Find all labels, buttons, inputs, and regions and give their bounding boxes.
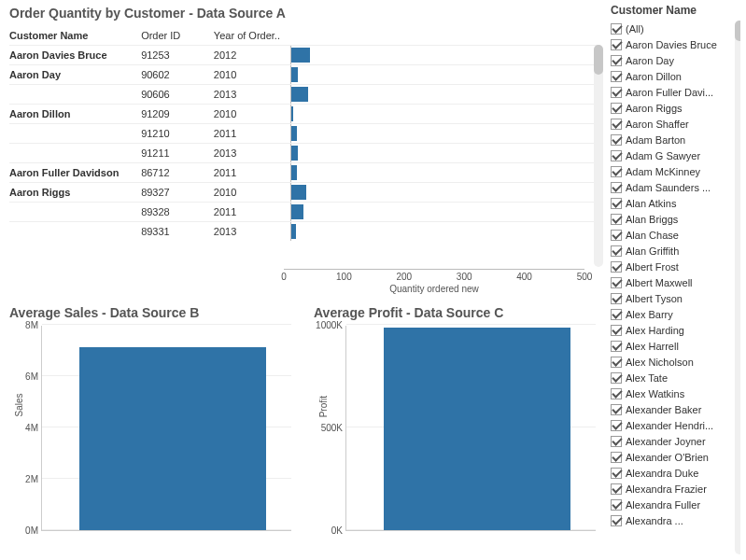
table-row[interactable]: Aaron Day906022010 xyxy=(9,65,598,85)
qty-bar[interactable] xyxy=(291,204,303,219)
filter-item[interactable]: Alexandra ... xyxy=(611,512,740,528)
table-row[interactable]: 893312013 xyxy=(9,222,598,242)
checkbox-icon[interactable] xyxy=(611,341,622,352)
filter-item[interactable]: Aaron Davies Bruce xyxy=(611,36,740,52)
checkbox-icon[interactable] xyxy=(611,468,622,479)
qty-bar[interactable] xyxy=(291,224,296,239)
table-row[interactable]: Aaron Davies Bruce912532012 xyxy=(9,46,598,65)
qty-bar[interactable] xyxy=(291,165,297,180)
filter-item[interactable]: Aaron Dillon xyxy=(611,68,740,84)
checkbox-icon[interactable] xyxy=(611,198,622,209)
filter-item[interactable]: Alan Griffith xyxy=(611,243,740,259)
qty-bar[interactable] xyxy=(291,146,299,161)
checkbox-icon[interactable] xyxy=(611,404,622,415)
table-row[interactable]: 912102011 xyxy=(9,124,598,144)
qty-bar[interactable] xyxy=(291,67,299,82)
checkbox-icon[interactable] xyxy=(611,119,622,130)
order-quantity-chart: Order Quantity by Customer - Data Source… xyxy=(9,6,599,300)
checkbox-icon[interactable] xyxy=(611,357,622,368)
filter-item[interactable]: Albert Tyson xyxy=(611,290,740,306)
filter-item[interactable]: Aaron Shaffer xyxy=(611,116,740,132)
qty-bar[interactable] xyxy=(291,48,311,63)
checkbox-icon[interactable] xyxy=(611,103,622,114)
average-sales-plot[interactable]: Sales 0M2M4M6M8M xyxy=(41,326,291,531)
checkbox-icon[interactable] xyxy=(611,452,622,463)
value-bar[interactable] xyxy=(79,347,266,530)
filter-item-label: Albert Frost xyxy=(626,261,728,273)
filter-item[interactable]: Aaron Riggs xyxy=(611,100,740,116)
checkbox-icon[interactable] xyxy=(611,499,622,511)
filter-item[interactable]: Alexander Joyner xyxy=(611,433,740,449)
checkbox-icon[interactable] xyxy=(611,87,622,98)
checkbox-icon[interactable] xyxy=(611,245,622,257)
filter-item[interactable]: Alan Chase xyxy=(611,227,740,243)
checkbox-icon[interactable] xyxy=(611,230,622,241)
filter-item[interactable]: Alexandra Fuller xyxy=(611,497,740,512)
checkbox-icon[interactable] xyxy=(611,261,622,273)
checkbox-icon[interactable] xyxy=(611,325,622,336)
filter-item[interactable]: Aaron Fuller Davi... xyxy=(611,84,740,100)
checkbox-icon[interactable] xyxy=(611,515,622,526)
checkbox-icon[interactable] xyxy=(611,166,622,177)
value-bar[interactable] xyxy=(384,328,570,530)
filter-item[interactable]: Aaron Day xyxy=(611,52,740,68)
table-row[interactable]: Aaron Riggs893272010 xyxy=(9,183,598,203)
table-row[interactable]: 906062013 xyxy=(9,85,598,105)
filter-item[interactable]: Alexander Hendri... xyxy=(611,417,740,433)
checkbox-icon[interactable] xyxy=(611,39,622,50)
table-row[interactable]: Aaron Fuller Davidson867122011 xyxy=(9,163,598,183)
filter-item[interactable]: Adam Barton xyxy=(611,132,740,147)
filter-item[interactable]: Alexandra Duke xyxy=(611,465,740,481)
checkbox-icon[interactable] xyxy=(611,388,622,399)
filter-item[interactable]: Adam Saunders ... xyxy=(611,179,740,195)
checkbox-icon[interactable] xyxy=(611,372,622,384)
table-row[interactable]: 893282011 xyxy=(9,203,598,222)
filter-item[interactable]: Alex Tate xyxy=(611,370,740,385)
filter-item[interactable]: Alex Barry xyxy=(611,306,740,322)
checkbox-icon[interactable] xyxy=(611,23,622,35)
customer-name-filter-scrollbar[interactable] xyxy=(735,21,740,554)
qty-bar[interactable] xyxy=(291,185,307,200)
order-id-cell: 86712 xyxy=(141,163,214,183)
filter-item[interactable]: Alan Atkins xyxy=(611,195,740,211)
filter-item[interactable]: Albert Frost xyxy=(611,259,740,274)
order-quantity-scrollbar[interactable] xyxy=(594,45,603,267)
filter-item[interactable]: Adam McKinney xyxy=(611,163,740,179)
qty-bar[interactable] xyxy=(291,126,297,141)
col-header-order[interactable]: Order ID xyxy=(141,26,214,46)
filter-item[interactable]: Alexandra Frazier xyxy=(611,481,740,497)
checkbox-icon[interactable] xyxy=(611,134,622,146)
table-row[interactable]: 912112013 xyxy=(9,144,598,163)
checkbox-icon[interactable] xyxy=(611,150,622,161)
table-row[interactable]: Aaron Dillon912092010 xyxy=(9,105,598,124)
qty-bar[interactable] xyxy=(291,87,308,102)
x-tick: 200 xyxy=(396,272,412,282)
customer-name-filter-scrollbar-thumb[interactable] xyxy=(735,21,740,41)
checkbox-icon[interactable] xyxy=(611,309,622,320)
filter-item[interactable]: Adam G Sawyer xyxy=(611,147,740,163)
checkbox-icon[interactable] xyxy=(611,420,622,431)
filter-item[interactable]: Alex Harding xyxy=(611,322,740,338)
filter-item[interactable]: (All) xyxy=(611,21,740,36)
qty-bar-cell xyxy=(290,163,598,183)
order-quantity-scrollbar-thumb[interactable] xyxy=(594,45,603,75)
col-header-customer[interactable]: Customer Name xyxy=(9,26,141,46)
filter-item[interactable]: Alan Briggs xyxy=(611,211,740,227)
filter-item[interactable]: Albert Maxwell xyxy=(611,274,740,290)
checkbox-icon[interactable] xyxy=(611,55,622,66)
checkbox-icon[interactable] xyxy=(611,277,622,288)
checkbox-icon[interactable] xyxy=(611,293,622,304)
qty-bar[interactable] xyxy=(291,106,294,121)
col-header-year[interactable]: Year of Order.. xyxy=(214,26,290,46)
checkbox-icon[interactable] xyxy=(611,483,622,495)
filter-item[interactable]: Alexander Baker xyxy=(611,401,740,417)
filter-item[interactable]: Alex Watkins xyxy=(611,385,740,401)
checkbox-icon[interactable] xyxy=(611,214,622,225)
checkbox-icon[interactable] xyxy=(611,71,622,82)
filter-item[interactable]: Alex Nicholson xyxy=(611,354,740,370)
average-profit-plot[interactable]: Profit 0K500K1000K xyxy=(345,326,596,531)
filter-item[interactable]: Alexander O'Brien xyxy=(611,449,740,465)
filter-item[interactable]: Alex Harrell xyxy=(611,338,740,354)
checkbox-icon[interactable] xyxy=(611,436,622,447)
checkbox-icon[interactable] xyxy=(611,182,622,193)
